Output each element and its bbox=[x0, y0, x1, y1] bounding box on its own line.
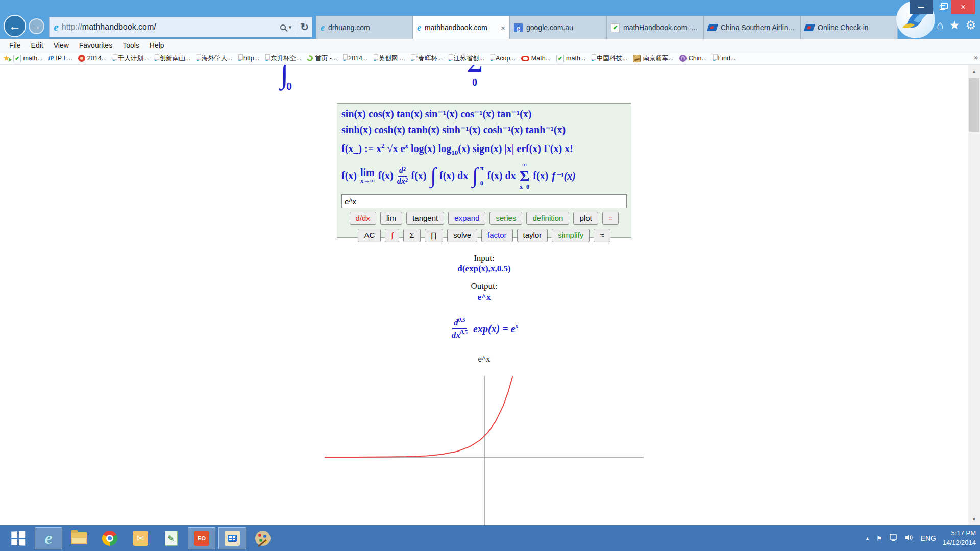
menu-view[interactable]: View bbox=[48, 41, 74, 49]
taskbar-remote-desktop-button[interactable] bbox=[218, 527, 246, 549]
favorites-overflow-icon[interactable]: » bbox=[974, 53, 978, 61]
scroll-down-button[interactable]: ▼ bbox=[968, 513, 980, 524]
favorite-item[interactable]: e创新南山... bbox=[152, 54, 192, 63]
favorite-item[interactable]: ✔math... bbox=[11, 55, 44, 62]
clock[interactable]: 5:17 PM 14/12/2014 bbox=[943, 529, 976, 548]
network-icon[interactable] bbox=[889, 534, 898, 543]
definition-button[interactable]: definition bbox=[526, 212, 569, 226]
menu-edit[interactable]: Edit bbox=[26, 41, 48, 49]
scroll-up-button[interactable]: ▲ bbox=[968, 66, 980, 77]
equals-button[interactable]: = bbox=[602, 212, 619, 226]
favorites-star-icon[interactable]: ★ bbox=[949, 19, 960, 31]
tab-china-southern[interactable]: China Southern Airline... bbox=[704, 16, 801, 39]
volume-icon[interactable] bbox=[905, 534, 914, 543]
tray-expand-icon[interactable]: ▲ bbox=[865, 536, 870, 541]
simplify-button[interactable]: simplify bbox=[552, 229, 590, 242]
office-app-icon: EO bbox=[194, 531, 209, 546]
address-bar[interactable]: e http://mathhandbook.com/ ▾ ↻ bbox=[49, 17, 312, 37]
close-tab-icon[interactable]: × bbox=[501, 23, 505, 32]
favorite-item[interactable]: e东升杯全... bbox=[263, 54, 303, 63]
menu-favourites[interactable]: Favourites bbox=[74, 41, 117, 49]
lim-button[interactable]: lim bbox=[380, 212, 402, 226]
favorite-item[interactable]: e江苏省创... bbox=[446, 54, 486, 63]
url-text[interactable]: http://mathhandbook.com/ bbox=[62, 22, 280, 32]
favorite-item[interactable]: eFind... bbox=[710, 54, 738, 63]
series-button[interactable]: series bbox=[489, 212, 522, 226]
forward-button[interactable]: → bbox=[29, 18, 44, 34]
action-center-flag-icon[interactable]: ⚑ bbox=[876, 535, 883, 542]
approx-button[interactable]: ≈ bbox=[594, 229, 610, 242]
favorite-item[interactable]: eAcup... bbox=[488, 54, 518, 63]
language-indicator[interactable]: ENG bbox=[921, 534, 936, 542]
tab-drhuang[interactable]: e drhuang.com bbox=[316, 16, 413, 39]
favorite-item[interactable]: 2014... bbox=[76, 55, 109, 62]
taskbar-editor-button[interactable]: ✎ bbox=[157, 527, 185, 549]
favorite-item[interactable]: e英创网 ... bbox=[371, 54, 407, 63]
back-icon: ← bbox=[9, 19, 21, 33]
menu-tools[interactable]: Tools bbox=[117, 41, 144, 49]
favorite-item[interactable]: e千人计划... bbox=[110, 54, 151, 63]
tray-date: 14/12/2014 bbox=[943, 538, 976, 548]
minimize-button[interactable] bbox=[910, 0, 933, 14]
integrate-button[interactable]: ∫ bbox=[385, 229, 399, 242]
taskbar-paint-button[interactable] bbox=[249, 527, 277, 549]
folder-icon bbox=[71, 532, 87, 544]
taskbar-explorer-button[interactable] bbox=[65, 527, 93, 549]
menu-file[interactable]: File bbox=[4, 41, 26, 49]
sum-button[interactable]: Σ bbox=[403, 229, 420, 242]
ie-page-icon: e bbox=[373, 54, 377, 63]
taskbar-chrome-button[interactable] bbox=[96, 527, 124, 549]
expand-button[interactable]: expand bbox=[448, 212, 485, 226]
favorite-item[interactable]: ✔math... bbox=[554, 55, 587, 62]
calculus-operators-row[interactable]: f(x) limx→∞ f(x) d²dx² f(x) ∫ f(x) dx ∫ … bbox=[341, 160, 627, 192]
home-icon[interactable]: ⌂ bbox=[937, 19, 944, 31]
favorite-item[interactable]: Math... bbox=[519, 55, 553, 62]
gear-icon[interactable]: ⚙ bbox=[965, 19, 976, 31]
add-favorite-icon[interactable]: ★ bbox=[3, 54, 10, 63]
trig-functions-row[interactable]: sin(x) cos(x) tan(x) sin⁻¹(x) cos⁻¹(x) t… bbox=[341, 106, 627, 122]
mail-icon: ✉ bbox=[133, 531, 148, 546]
tab-google[interactable]: g google.com.au bbox=[510, 16, 607, 39]
ie-page-icon: e bbox=[265, 54, 268, 63]
ie-icon: e bbox=[321, 22, 325, 33]
favorite-item[interactable]: e海外学人... bbox=[194, 54, 234, 63]
favorite-item[interactable]: e“春晖杯... bbox=[408, 54, 445, 63]
ac-button[interactable]: AC bbox=[358, 229, 381, 242]
product-button[interactable]: ∏ bbox=[425, 229, 443, 242]
hyperbolic-functions-row[interactable]: sinh(x) cosh(x) tanh(x) sinh⁻¹(x) cosh⁻¹… bbox=[341, 122, 627, 138]
elementary-functions-row[interactable]: f(x_) := x2 √x ex log(x) log10(x) sign(x… bbox=[341, 138, 627, 160]
expression-input[interactable] bbox=[341, 194, 627, 208]
restore-button[interactable] bbox=[933, 0, 951, 14]
chrome-icon bbox=[102, 531, 117, 546]
back-button[interactable]: ← bbox=[4, 15, 26, 37]
taskbar-outlook-button[interactable]: ✉ bbox=[127, 527, 154, 549]
tab-mathhandbook-2[interactable]: ✔ mathHandbook.com -... bbox=[607, 16, 704, 39]
taskbar-office-button[interactable]: EO bbox=[188, 527, 215, 549]
solve-button[interactable]: solve bbox=[447, 229, 477, 242]
ie-page-icon: e bbox=[196, 54, 200, 63]
taylor-button[interactable]: taylor bbox=[517, 229, 548, 242]
favorite-item[interactable]: 首页 -... bbox=[305, 54, 339, 63]
plot-button[interactable]: plot bbox=[573, 212, 598, 226]
ip-icon: iP bbox=[48, 55, 54, 62]
favorite-item[interactable]: Chin... bbox=[677, 55, 709, 62]
start-button[interactable] bbox=[4, 527, 32, 549]
factor-button[interactable]: factor bbox=[481, 229, 513, 242]
tab-mathhandbook[interactable]: e mathhandbook.com × bbox=[413, 16, 510, 39]
favorite-item[interactable]: iPIP L... bbox=[46, 55, 75, 62]
search-dropdown-icon[interactable]: ▾ bbox=[289, 24, 292, 31]
favorite-item[interactable]: e2014... bbox=[340, 54, 370, 63]
favorite-item[interactable]: e中国科技... bbox=[589, 54, 629, 63]
scrollbar[interactable]: ▲ ▼ bbox=[968, 65, 980, 525]
close-button[interactable]: × bbox=[951, 0, 975, 14]
taskbar-ie-button[interactable]: e bbox=[35, 527, 62, 549]
favorite-item[interactable]: 南京领军... bbox=[631, 54, 675, 63]
tangent-button[interactable]: tangent bbox=[406, 212, 444, 226]
tab-online-checkin[interactable]: Online Check-in bbox=[801, 16, 898, 39]
search-icon[interactable] bbox=[280, 24, 286, 30]
scrollbar-thumb[interactable] bbox=[969, 78, 979, 132]
refresh-icon[interactable]: ↻ bbox=[300, 21, 309, 33]
menu-help[interactable]: Help bbox=[144, 41, 169, 49]
ddx-button[interactable]: d/dx bbox=[350, 212, 376, 226]
favorite-item[interactable]: ehttp... bbox=[236, 54, 261, 63]
